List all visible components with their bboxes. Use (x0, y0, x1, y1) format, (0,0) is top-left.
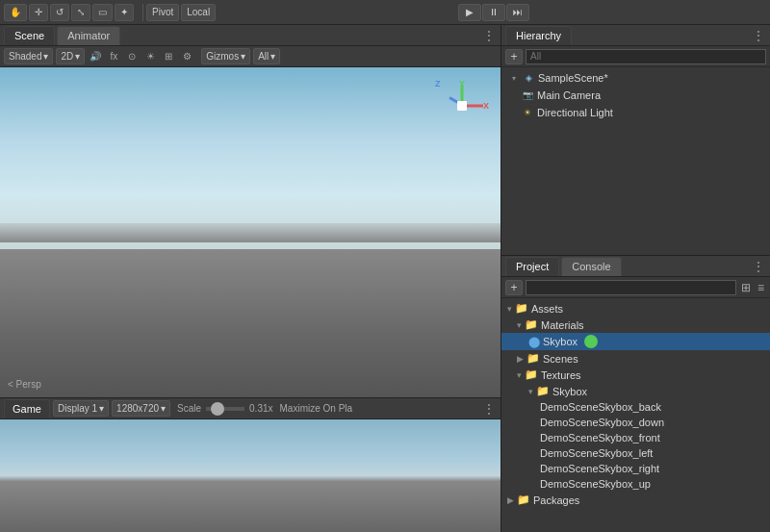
resolution-dropdown-arrow: ▾ (161, 403, 166, 414)
scene-toolbar: Shaded ▾ 2D ▾ 🔊 fx ⊙ ☀ ⊞ ⚙ Gizmos ▾ All … (0, 46, 500, 67)
resolution-dropdown[interactable]: 1280x720 ▾ (112, 400, 170, 417)
project-content: ▾ 📁 Assets ▾ 📁 Materials ⬤ Skybox (501, 298, 770, 532)
textures-folder-icon: 📁 (525, 368, 538, 381)
tool-group: ✋ ✛ ↺ ⤡ ▭ ✦ (4, 4, 134, 21)
tree-item-camera[interactable]: 📷 Main Camera (501, 87, 770, 104)
hierarchy-toolbar: + (501, 46, 770, 67)
scene-tab-bar: Scene Animator ⋮ (0, 25, 500, 46)
skybox-material-icon: ⬤ (528, 336, 540, 348)
packages-arrow: ▶ (507, 495, 514, 505)
hierarchy-tab[interactable]: Hierarchy (505, 26, 572, 45)
horizon-bg (0, 223, 500, 242)
transform-tool-btn[interactable]: ✦ (115, 4, 134, 21)
scenes-folder-icon: 📁 (526, 352, 540, 365)
project-item-assets[interactable]: ▾ 📁 Assets (501, 300, 770, 317)
scene-icon-4[interactable]: ⚙ (179, 49, 194, 64)
hierarchy-content: ▾ ◈ SampleScene* 📷 Main Camera ☀ Directi… (501, 67, 770, 255)
gizmo-y-label: Y (459, 79, 465, 89)
all-label: All (258, 51, 269, 62)
project-item-skybox-folder[interactable]: ▾ 📁 Skybox (501, 383, 770, 399)
tree-item-samplescene[interactable]: ▾ ◈ SampleScene* (501, 69, 770, 87)
gizmo-center (457, 101, 467, 111)
game-tab[interactable]: Game (4, 399, 50, 418)
skybox-back-label: DemoSceneSkybox_back (540, 401, 661, 413)
project-tab[interactable]: Project (505, 257, 559, 276)
scale-tool-btn[interactable]: ⤡ (71, 4, 90, 21)
packages-folder-icon: 📁 (517, 494, 530, 506)
console-tab[interactable]: Console (561, 257, 621, 276)
right-panel: Hierarchy ⋮ + ▾ ◈ SampleScene* 📷 Main Ca… (500, 25, 770, 532)
skybox-up-label: DemoSceneSkybox_up (540, 478, 651, 490)
pivot-btn[interactable]: Pivot (146, 4, 179, 21)
hierarchy-panel: Hierarchy ⋮ + ▾ ◈ SampleScene* 📷 Main Ca… (501, 25, 770, 256)
project-item-skybox-up[interactable]: DemoSceneSkybox_up (501, 476, 770, 492)
project-item-scenes[interactable]: ▶ 📁 Scenes (501, 350, 770, 367)
project-view-btn[interactable]: ⊞ (739, 281, 753, 294)
scene-tab[interactable]: Scene (4, 26, 55, 45)
project-item-skybox-material[interactable]: ⬤ Skybox (501, 333, 770, 350)
left-panel: Scene Animator ⋮ Shaded ▾ 2D ▾ 🔊 fx ⊙ ☀ … (0, 25, 500, 532)
packages-label: Packages (533, 494, 579, 506)
skybox-material-label: Skybox (543, 336, 578, 347)
project-more-btn[interactable]: ⋮ (751, 260, 766, 273)
light-label: Directional Light (537, 107, 613, 118)
gizmos-dropdown[interactable]: Gizmos ▾ (201, 48, 250, 64)
hierarchy-more-btn[interactable]: ⋮ (751, 29, 766, 42)
project-item-packages[interactable]: ▶ 📁 Packages (501, 492, 770, 508)
all-dropdown[interactable]: All ▾ (253, 48, 280, 64)
hierarchy-search[interactable] (526, 49, 766, 64)
project-item-skybox-right[interactable]: DemoSceneSkybox_right (501, 461, 770, 476)
game-more-btn[interactable]: ⋮ (481, 402, 497, 416)
play-controls: ▶ ⏸ ⏭ (458, 4, 529, 21)
scene-icon-1[interactable]: ⊙ (124, 49, 140, 64)
assets-label: Assets (531, 303, 563, 315)
skybox-right-label: DemoSceneSkybox_right (540, 463, 659, 474)
gizmo-x-label: X (483, 101, 489, 111)
camera-label: Main Camera (537, 89, 601, 101)
display-dropdown[interactable]: Display 1 ▾ (53, 400, 109, 417)
project-search[interactable] (526, 280, 736, 295)
scene-more-btn[interactable]: ⋮ (481, 29, 497, 42)
project-add-btn[interactable]: + (505, 280, 523, 295)
project-item-skybox-down[interactable]: DemoSceneSkybox_down (501, 415, 770, 430)
audio-icon[interactable]: 🔊 (88, 49, 103, 64)
scene-icon: ◈ (522, 71, 535, 85)
view-mode-dropdown[interactable]: 2D ▾ (56, 48, 85, 64)
separator-1 (142, 4, 143, 21)
project-item-skybox-left[interactable]: DemoSceneSkybox_left (501, 445, 770, 461)
skybox-folder-arrow: ▾ (528, 387, 533, 396)
scale-slider-thumb (211, 402, 224, 416)
local-btn[interactable]: Local (181, 4, 216, 21)
scene-viewport[interactable]: X Y Z < Persp (0, 67, 500, 397)
play-btn[interactable]: ▶ (458, 4, 481, 21)
top-toolbar: ✋ ✛ ↺ ⤡ ▭ ✦ Pivot Local ▶ ⏸ ⏭ (0, 0, 770, 25)
game-panel: Game Display 1 ▾ 1280x720 ▾ Scale 0.31x … (0, 397, 500, 532)
step-btn[interactable]: ⏭ (506, 4, 529, 21)
scene-icon-2[interactable]: ☀ (142, 49, 158, 64)
hand-tool-btn[interactable]: ✋ (4, 4, 27, 21)
project-item-materials[interactable]: ▾ 📁 Materials (501, 317, 770, 333)
scene-gizmo[interactable]: X Y Z (433, 77, 491, 135)
scale-slider[interactable] (206, 407, 244, 411)
scene-icon-3[interactable]: ⊞ (161, 49, 176, 64)
hierarchy-add-btn[interactable]: + (505, 49, 523, 64)
pause-btn[interactable]: ⏸ (482, 4, 505, 21)
assets-arrow: ▾ (507, 304, 512, 314)
move-tool-btn[interactable]: ✛ (29, 4, 48, 21)
project-item-textures[interactable]: ▾ 📁 Textures (501, 367, 770, 383)
project-item-skybox-front[interactable]: DemoSceneSkybox_front (501, 430, 770, 445)
resolution-label: 1280x720 (116, 403, 159, 414)
materials-folder-icon: 📁 (525, 318, 538, 331)
rect-tool-btn[interactable]: ▭ (92, 4, 113, 21)
project-item-skybox-back[interactable]: DemoSceneSkybox_back (501, 399, 770, 415)
samplescene-arrow: ▾ (509, 73, 519, 83)
project-sort-btn[interactable]: ≡ (756, 281, 766, 294)
camera-icon: 📷 (521, 89, 534, 102)
shading-mode-dropdown[interactable]: Shaded ▾ (4, 48, 53, 64)
tree-item-light[interactable]: ☀ Directional Light (501, 104, 770, 121)
fx-icon[interactable]: fx (106, 49, 121, 64)
animator-tab[interactable]: Animator (57, 26, 120, 45)
hierarchy-tab-bar: Hierarchy ⋮ (501, 25, 770, 46)
rotate-tool-btn[interactable]: ↺ (50, 4, 69, 21)
assets-folder-icon: 📁 (515, 302, 528, 315)
